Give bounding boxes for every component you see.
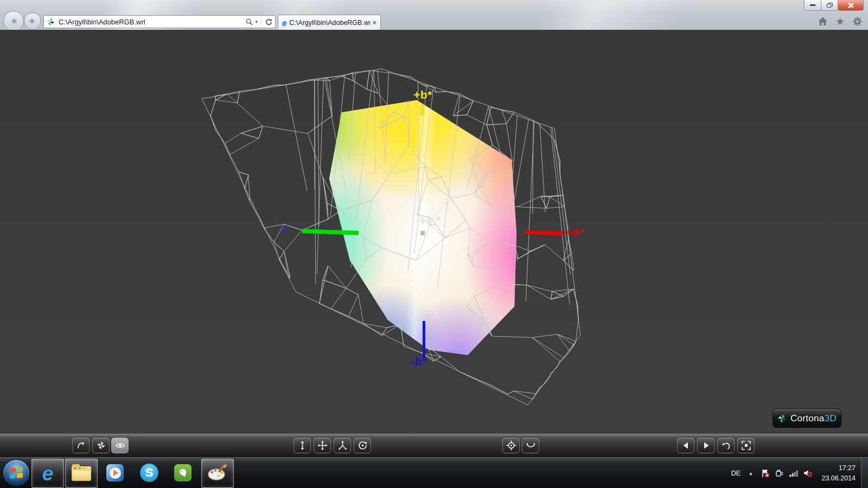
eye-icon [115,440,125,451]
clock-time: 17:27 [821,463,856,473]
orbit-arrow-icon [358,440,368,451]
axis-label-l-positive: +L* [419,213,441,229]
walk-curve-icon [76,440,86,451]
dropdown-caret-icon[interactable]: ▾ [255,19,258,24]
skype-icon: S [140,464,158,482]
b-positive-axis-tick [420,105,424,115]
power-plug-icon[interactable] [775,468,784,478]
tray-expand-button[interactable]: ▲ [749,471,754,476]
fit-scene-button[interactable] [737,438,755,453]
language-indicator[interactable]: DE [731,469,741,477]
close-button[interactable] [838,0,864,11]
back-button[interactable] [3,11,24,31]
cortona3d-toolbar [0,434,868,458]
close-icon [847,2,854,9]
target-icon [506,440,516,451]
undo-arrow-icon [721,440,731,451]
minimize-icon [810,4,815,6]
pan-button[interactable] [314,438,331,453]
move-vertical-button[interactable] [293,438,311,453]
rotate-button[interactable] [354,438,371,453]
search-icon[interactable] [245,18,253,26]
window-controls [805,0,864,11]
examine-button[interactable] [92,438,110,453]
show-desktop-button[interactable] [861,458,868,488]
tab-close-button[interactable]: × [372,18,376,27]
taskbar-paint[interactable] [201,459,234,488]
no-internet-star-badge: ✦ [788,473,792,479]
forward-icon [28,17,37,25]
taskbar-media-player[interactable] [99,459,131,487]
cortona3d-logo: Cortona3D [773,409,841,428]
media-player-icon [106,464,124,481]
tab-strip: e C:\Argyll\bin\AdobeRGB.wrl × [278,15,381,30]
pinwheel-icon [96,440,106,451]
arrow-up-down-icon [297,440,308,451]
fly-button[interactable] [334,438,351,453]
system-tray: DE ▲ ✦ 17:27 23.06.2014 [731,458,868,488]
l-axis-tick [420,231,425,235]
triangle-right-icon [701,440,711,451]
address-bar[interactable]: ▾ [43,15,276,28]
evernote-elephant-icon [174,464,192,481]
next-viewpoint-button[interactable] [697,438,714,453]
axis-label-a-positive: +a* [565,226,584,239]
cortona-favicon [46,17,55,26]
walk-button[interactable] [72,438,90,453]
windows-taskbar: e S DE ▲ [0,457,868,488]
clock-date: 23.06.2014 [821,473,856,483]
view-mode-button[interactable] [111,438,129,453]
axis-label-b-negative: -b* [411,355,427,368]
four-way-arrows-icon [317,440,328,451]
taskbar-evernote[interactable] [167,459,199,487]
cortona-pinwheel-icon [777,414,787,423]
restore-icon [827,3,833,8]
fly-arrows-icon [337,440,348,451]
action-center-flag-icon[interactable] [761,468,770,478]
cortona-wordmark: Cortona3D [790,413,837,424]
b-negative-axis-bar [423,321,425,358]
taskbar-internet-explorer[interactable]: e [31,459,64,488]
address-input[interactable] [58,17,245,27]
internet-explorer-icon: e [42,464,54,484]
restore-view-button[interactable] [522,438,539,453]
restore-curve-icon [526,440,536,451]
tab-adobergb[interactable]: e C:\Argyll\bin\AdobeRGB.wrl × [278,15,381,30]
browser-command-icons: ★ [818,16,863,27]
previous-viewpoint-button[interactable] [677,438,694,453]
axis-label-b-positive: +b* [413,88,432,101]
forward-button[interactable] [24,12,41,30]
center-button[interactable] [502,438,520,453]
folder-icon [72,466,91,481]
volume-muted-icon[interactable] [803,468,812,478]
network-signal-icon[interactable]: ✦ [789,468,798,478]
restore-button[interactable] [821,0,838,11]
cortona3d-viewport[interactable]: +b* -b* +a* -a* +L* Cortona3D [0,30,868,434]
refresh-icon[interactable] [265,18,273,26]
tab-title: C:\Argyll\bin\AdobeRGB.wrl [289,19,370,27]
taskbar-skype[interactable]: S [133,459,165,487]
separator [261,17,261,26]
start-button[interactable] [3,459,30,486]
back-icon [9,17,18,25]
ie-icon: e [282,18,286,27]
windows-flag-icon [10,466,23,479]
triangle-left-icon [681,440,691,451]
undo-move-button[interactable] [717,438,735,453]
taskbar-windows-explorer[interactable] [65,459,98,488]
reference-gamut-wireframe [0,30,868,434]
tools-gear-icon[interactable] [852,16,863,27]
home-icon[interactable] [818,16,828,27]
fit-frame-icon [741,440,751,451]
favorites-star-icon[interactable]: ★ [835,16,845,27]
paint-palette-icon [207,463,228,484]
minimize-button[interactable] [804,0,821,11]
taskbar-clock[interactable]: 17:27 23.06.2014 [821,463,856,483]
browser-titlebar: ▾ e C:\Argyll\bin\AdobeRGB.wrl × ★ [0,0,868,30]
